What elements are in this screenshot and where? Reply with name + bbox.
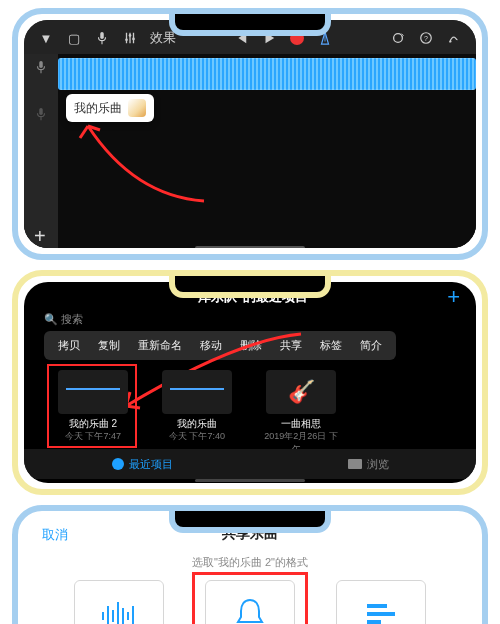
garageband-icon bbox=[128, 99, 146, 117]
ctx-move[interactable]: 移动 bbox=[192, 335, 230, 356]
panel-editor: ▼ ▢ 效果 bbox=[12, 8, 488, 260]
ctx-duplicate[interactable]: 复制 bbox=[90, 335, 128, 356]
svg-text:?: ? bbox=[424, 35, 428, 42]
project-thumb bbox=[58, 370, 128, 414]
settings-icon[interactable] bbox=[446, 31, 462, 45]
mic-icon[interactable] bbox=[94, 31, 110, 45]
project-thumb: 🎸 bbox=[266, 370, 336, 414]
track-mic-icon-2[interactable] bbox=[34, 107, 48, 124]
dropdown-icon[interactable]: ▼ bbox=[38, 31, 54, 46]
ctx-info[interactable]: 简介 bbox=[352, 335, 390, 356]
svg-rect-9 bbox=[39, 108, 43, 115]
project-time: 今天 下午7:40 bbox=[158, 430, 236, 443]
context-menu: 拷贝 复制 重新命名 移动 删除 共享 标签 简介 bbox=[44, 331, 396, 360]
search-placeholder: 搜索 bbox=[61, 313, 83, 325]
svg-rect-17 bbox=[367, 604, 387, 608]
tab-recent[interactable]: 最近项目 bbox=[112, 457, 173, 472]
project-item[interactable]: 我的乐曲 2 今天 下午7:47 bbox=[54, 370, 132, 456]
panel-recent: "库乐队"的最近项目 + 🔍 搜索 拷贝 复制 重新命名 移动 删除 共享 标签… bbox=[12, 270, 488, 495]
ctx-delete[interactable]: 删除 bbox=[232, 335, 270, 356]
ctx-share[interactable]: 共享 bbox=[272, 335, 310, 356]
project-name: 我的乐曲 bbox=[158, 418, 236, 430]
editor-screen: ▼ ▢ 效果 bbox=[24, 20, 476, 248]
project-time: 今天 下午7:47 bbox=[54, 430, 132, 443]
bell-icon bbox=[228, 594, 272, 624]
song-popup[interactable]: 我的乐曲 bbox=[66, 94, 154, 122]
device-notch bbox=[169, 274, 331, 298]
audio-region[interactable] bbox=[58, 58, 476, 90]
ctx-tags[interactable]: 标签 bbox=[312, 335, 350, 356]
svg-point-7 bbox=[449, 40, 451, 42]
svg-rect-19 bbox=[367, 620, 381, 624]
help-icon[interactable]: ? bbox=[418, 31, 434, 45]
add-track-button[interactable]: + bbox=[34, 225, 46, 248]
ctx-copy[interactable]: 拷贝 bbox=[50, 335, 88, 356]
tracks-icon bbox=[359, 594, 403, 624]
project-thumb bbox=[162, 370, 232, 414]
tutorial-stage: ▼ ▢ 效果 bbox=[0, 0, 500, 624]
home-indicator bbox=[195, 246, 305, 248]
svg-point-3 bbox=[132, 38, 135, 41]
format-options bbox=[24, 570, 476, 624]
format-ringtone[interactable] bbox=[205, 580, 295, 624]
loop-icon[interactable] bbox=[390, 31, 406, 45]
tab-browse[interactable]: 浏览 bbox=[348, 457, 389, 472]
project-item[interactable]: 我的乐曲 今天 下午7:40 bbox=[158, 370, 236, 456]
search-icon: 🔍 bbox=[44, 313, 58, 325]
camera-icon[interactable]: ▢ bbox=[66, 31, 82, 46]
folder-icon bbox=[348, 459, 362, 469]
project-name: 我的乐曲 2 bbox=[54, 418, 132, 430]
svg-rect-18 bbox=[367, 612, 395, 616]
panel-share: 取消 共享乐曲 选取"我的乐曲 2"的格式 bbox=[12, 505, 488, 624]
ctx-rename[interactable]: 重新命名 bbox=[130, 335, 190, 356]
home-indicator bbox=[195, 479, 305, 482]
bottom-tabbar: 最近项目 浏览 bbox=[24, 449, 476, 479]
add-button[interactable]: + bbox=[447, 288, 460, 306]
track-gutter bbox=[24, 54, 58, 248]
format-song[interactable] bbox=[74, 580, 164, 624]
track-area[interactable] bbox=[58, 54, 476, 248]
share-screen: 取消 共享乐曲 选取"我的乐曲 2"的格式 bbox=[24, 517, 476, 624]
device-notch bbox=[169, 12, 331, 36]
song-popup-label: 我的乐曲 bbox=[74, 100, 122, 117]
clock-icon bbox=[112, 458, 124, 470]
cancel-button[interactable]: 取消 bbox=[42, 526, 68, 544]
share-subtitle: 选取"我的乐曲 2"的格式 bbox=[24, 555, 476, 570]
fx-icon[interactable] bbox=[122, 31, 138, 45]
project-name: 一曲相思 bbox=[262, 418, 340, 430]
track-mic-icon[interactable] bbox=[34, 60, 48, 77]
device-notch bbox=[169, 509, 331, 533]
project-item[interactable]: 🎸 一曲相思 2019年2月26日 下午… bbox=[262, 370, 340, 456]
guitar-icon: 🎸 bbox=[266, 370, 336, 414]
format-project[interactable] bbox=[336, 580, 426, 624]
tab-recent-label: 最近项目 bbox=[129, 457, 173, 472]
svg-rect-8 bbox=[39, 61, 43, 68]
project-grid: 我的乐曲 2 今天 下午7:47 我的乐曲 今天 下午7:40 🎸 一曲相思 2… bbox=[24, 366, 476, 456]
svg-rect-0 bbox=[100, 32, 104, 39]
waveform-icon bbox=[97, 594, 141, 624]
recent-screen: "库乐队"的最近项目 + 🔍 搜索 拷贝 复制 重新命名 移动 删除 共享 标签… bbox=[24, 282, 476, 483]
editor-workspace: 我的乐曲 + bbox=[24, 54, 476, 248]
tab-browse-label: 浏览 bbox=[367, 457, 389, 472]
search-row[interactable]: 🔍 搜索 bbox=[24, 312, 476, 329]
svg-point-4 bbox=[394, 34, 403, 43]
svg-point-1 bbox=[125, 38, 128, 41]
svg-point-2 bbox=[129, 34, 132, 37]
